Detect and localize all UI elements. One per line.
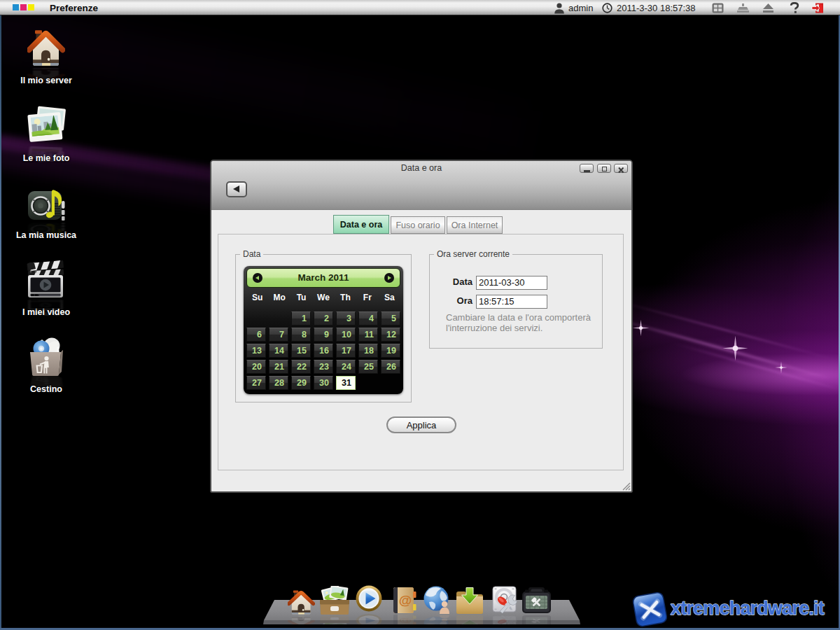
svg-text:@: @ xyxy=(399,617,412,624)
svg-text:xtremehardware.it: xtremehardware.it xyxy=(671,598,825,619)
